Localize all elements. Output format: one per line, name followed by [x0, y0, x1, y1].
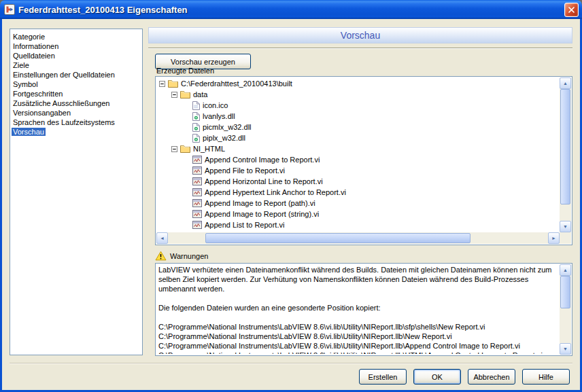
warning-triangle-icon: [155, 251, 167, 261]
sidebar-item-label: Sprachen des Laufzeitsystems: [12, 118, 116, 126]
tree-item-label: Append Control Image to Report.vi: [205, 156, 320, 164]
tree-item[interactable]: Append File to Report.vi: [157, 165, 560, 176]
tree-item[interactable]: picmlx_w32.dll: [157, 122, 560, 132]
folder-icon: [180, 90, 190, 99]
tree-horizontal-scrollbar[interactable]: ◄ ►: [156, 232, 560, 244]
scroll-down-icon[interactable]: ▼: [560, 221, 571, 232]
tree-item[interactable]: data: [157, 89, 560, 100]
category-header: Kategorie: [12, 32, 141, 41]
abbrechen-button[interactable]: Abbrechen: [468, 369, 515, 385]
sidebar-item-label: Quelldateien: [12, 52, 56, 60]
warnings-header: Warnungen: [155, 251, 208, 261]
tree-item-label: Append List to Report.vi: [205, 221, 284, 229]
vi-icon: [192, 156, 202, 164]
generated-files-treeview[interactable]: C:\Federdrahttest_20100413\builtdataicon…: [155, 76, 572, 245]
sidebar-item-quelldateien[interactable]: Quelldateien: [12, 51, 141, 60]
tree-item[interactable]: piplx_w32.dll: [157, 132, 560, 143]
collapse-minus-icon[interactable]: [159, 81, 165, 87]
hilfe-button[interactable]: Hilfe: [522, 369, 570, 385]
warnings-text: LabVIEW verhütete einen Dateinamenkonfli…: [158, 265, 558, 354]
page-title: Vorschau: [341, 30, 380, 41]
dll-icon: [192, 123, 200, 132]
tree-item[interactable]: Append Hypertext Link Anchor to Report.v…: [157, 187, 560, 198]
tree-vscroll-thumb[interactable]: [560, 89, 570, 204]
tree-vertical-scrollbar[interactable]: ▲ ▼: [560, 77, 571, 232]
sidebar-item-label: Vorschau: [12, 128, 46, 136]
tree-item-label: Append Image to Report (string).vi: [205, 210, 319, 218]
sidebar-item-label: Fortgeschritten: [12, 90, 64, 98]
tree-item[interactable]: Append Image to Report (string).vi: [157, 209, 560, 219]
window-title: Federdrahttest_20100413 Eigenschaften: [18, 5, 188, 15]
tree-item[interactable]: Append Control Image to Report.vi: [157, 154, 560, 165]
tree-item[interactable]: NI_HTML: [157, 143, 560, 154]
collapse-minus-icon[interactable]: [171, 146, 177, 152]
folder-icon: [168, 79, 178, 88]
sidebar-item-label: Symbol: [12, 80, 39, 88]
warnings-vertical-scrollbar[interactable]: ▲ ▼: [560, 264, 571, 355]
tree-item[interactable]: Append Image to Report (path).vi: [157, 198, 560, 209]
sidebar-item-vorschau[interactable]: Vorschau: [12, 127, 141, 137]
labview-app-icon: [4, 4, 15, 15]
tree-item[interactable]: lvanlys.dll: [157, 111, 560, 122]
tree-item[interactable]: icon.ico: [157, 100, 560, 111]
sidebar-item-label: Informationen: [12, 42, 60, 50]
vi-icon: [192, 199, 202, 207]
warnings-label: Warnungen: [170, 252, 208, 260]
file-icon: [192, 101, 200, 110]
sidebar-item-label: Zusätzliche Ausschließungen: [12, 99, 111, 107]
scroll-right-icon[interactable]: ►: [548, 232, 560, 244]
sidebar-item-versionsangaben[interactable]: Versionsangaben: [12, 108, 141, 118]
scroll-up-icon[interactable]: ▲: [560, 77, 571, 89]
tree-hscroll-thumb[interactable]: [205, 233, 470, 243]
footer-divider: [10, 363, 572, 364]
header-divider: [148, 48, 572, 49]
tree-item-label: icon.ico: [203, 101, 228, 109]
tree-item[interactable]: C:\Federdrahttest_20100413\built: [157, 78, 560, 89]
tree-item[interactable]: Append List to Report.vi: [157, 219, 560, 230]
ok-button[interactable]: OK: [413, 369, 461, 385]
close-button[interactable]: [564, 3, 579, 17]
sidebar-item-label: Versionsangaben: [12, 109, 72, 117]
vi-icon: [192, 177, 202, 185]
sidebar-item-fortgeschritten[interactable]: Fortgeschritten: [12, 89, 141, 99]
erstellen-button[interactable]: Erstellen: [359, 369, 407, 385]
dll-icon: [192, 134, 200, 143]
page-banner: Vorschau: [148, 27, 572, 43]
tree-item-label: picmlx_w32.dll: [203, 123, 252, 131]
sidebar-item-label: Einstellungen der Quelldateien: [12, 71, 116, 79]
sidebar-item-einstellungen-der-quelldateien[interactable]: Einstellungen der Quelldateien: [12, 70, 141, 79]
tree-item-label: Append Hypertext Link Anchor to Report.v…: [205, 188, 346, 196]
sidebar-item-zus-tzliche-ausschlie-ungen[interactable]: Zusätzliche Ausschließungen: [12, 99, 141, 108]
generated-files-label: Erzeugte Dateien: [156, 67, 214, 75]
scroll-down-icon[interactable]: ▼: [560, 343, 571, 355]
sidebar-item-ziele[interactable]: Ziele: [12, 60, 141, 70]
sidebar-item-informationen[interactable]: Informationen: [12, 41, 141, 51]
tree-item-label: C:\Federdrahttest_20100413\built: [181, 79, 292, 88]
vi-icon: [192, 188, 202, 196]
category-listbox[interactable]: Kategorie InformationenQuelldateienZiele…: [10, 29, 143, 355]
tree-item-label: Append Horizontal Line to Report.vi: [205, 177, 323, 185]
warnings-box[interactable]: LabVIEW verhütete einen Dateinamenkonfli…: [155, 263, 572, 356]
footer-buttons: ErstellenOKAbbrechenHilfe: [359, 369, 570, 385]
folder-icon: [180, 145, 190, 153]
dialog-body: Kategorie InformationenQuelldateienZiele…: [0, 19, 582, 392]
tree-item-label: NI_HTML: [193, 145, 225, 153]
tree-item-label: data: [193, 90, 207, 99]
collapse-minus-icon[interactable]: [171, 92, 177, 98]
sidebar-item-sprachen-des-laufzeitsystems[interactable]: Sprachen des Laufzeitsystems: [12, 118, 141, 127]
tree-item-label: Append Image to Report (path).vi: [205, 199, 315, 207]
tree-item-label: piplx_w32.dll: [203, 134, 245, 142]
vi-icon: [192, 210, 202, 218]
tree-item-label: lvanlys.dll: [203, 112, 235, 120]
tree-item-label: Append File to Report.vi: [205, 166, 285, 175]
scroll-up-icon[interactable]: ▲: [560, 264, 571, 276]
warnings-vscroll-thumb[interactable]: [560, 276, 570, 308]
sidebar-item-label: Ziele: [12, 61, 31, 69]
properties-dialog: Federdrahttest_20100413 Eigenschaften Ka…: [0, 0, 582, 392]
tree-item[interactable]: Append Horizontal Line to Report.vi: [157, 176, 560, 187]
titlebar[interactable]: Federdrahttest_20100413 Eigenschaften: [0, 0, 582, 19]
sidebar-item-symbol[interactable]: Symbol: [12, 79, 141, 89]
scroll-left-icon[interactable]: ◄: [156, 232, 168, 244]
category-list: InformationenQuelldateienZieleEinstellun…: [12, 41, 141, 137]
vi-icon: [192, 166, 202, 175]
